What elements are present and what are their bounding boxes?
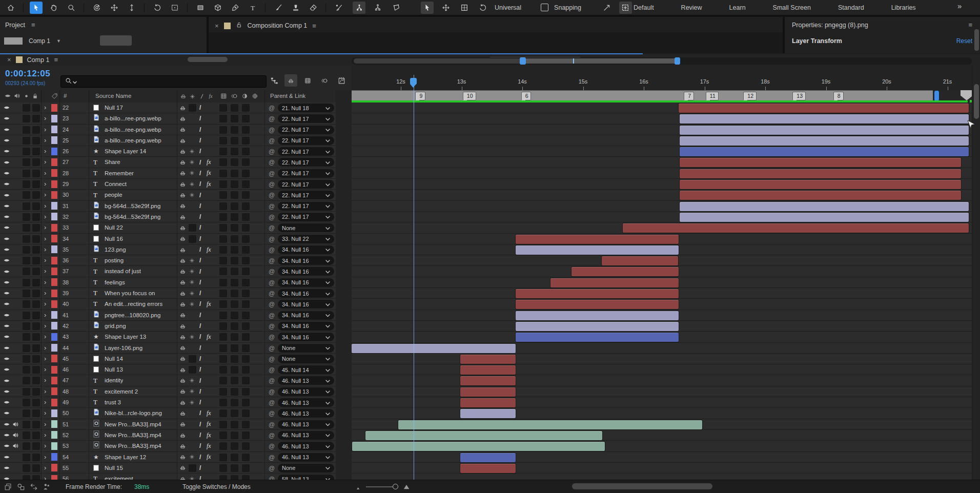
eye-icon[interactable]	[3, 419, 10, 429]
adjustment-switch[interactable]	[242, 104, 250, 112]
lock-switch[interactable]	[32, 464, 40, 472]
lock-switch[interactable]	[32, 279, 40, 286]
comp-marker-13[interactable]: 13	[792, 92, 806, 100]
pickwhip-icon[interactable]: @	[269, 137, 275, 145]
quality-switch-icon[interactable]: /	[199, 157, 201, 167]
adjustment-switch[interactable]	[242, 377, 250, 384]
collapse-switch-icon[interactable]	[189, 288, 195, 298]
layer-row-33[interactable]: › 33 Null 22 / @ None	[0, 222, 980, 233]
parent-dropdown[interactable]: 34. Null 16	[278, 278, 334, 287]
parent-dropdown[interactable]: 46. Null 13	[278, 387, 334, 396]
project-panel-button[interactable]	[100, 35, 132, 46]
expand-layer-icon[interactable]: ›	[44, 180, 46, 188]
properties-scrollbar-thumb[interactable]	[974, 29, 979, 51]
adjustment-switch[interactable]	[242, 366, 250, 374]
layer-name[interactable]: Remember	[105, 170, 134, 176]
quality-switch-icon[interactable]: /	[199, 102, 201, 113]
home-tool-icon[interactable]	[4, 2, 17, 14]
layer-name[interactable]: New Pro...BA33].mp4	[105, 432, 161, 438]
expand-layer-icon[interactable]: ›	[44, 344, 46, 352]
collapse-switch-icon[interactable]	[189, 168, 195, 178]
parent-dropdown[interactable]: 34. Null 16	[278, 267, 334, 276]
layer-label-chip[interactable]	[51, 377, 57, 384]
layer-label-chip[interactable]	[51, 169, 57, 177]
layer-name[interactable]: a-billo...ree-png.webp	[105, 115, 161, 121]
pickwhip-icon[interactable]: @	[269, 312, 275, 319]
solo-switch[interactable]	[23, 377, 30, 384]
quality-switch-icon[interactable]: /	[199, 364, 201, 375]
more-workspaces-button[interactable]: »	[957, 2, 962, 10]
expand-layer-icon[interactable]: ›	[44, 420, 46, 428]
shy-switch-icon[interactable]	[179, 463, 186, 473]
quality-switch-icon[interactable]: /	[199, 452, 201, 462]
lock-switch[interactable]	[32, 421, 40, 428]
expand-layer-icon[interactable]: ›	[44, 289, 46, 297]
current-timecode[interactable]: 0:00:12:05	[5, 69, 50, 79]
shy-switch-icon[interactable]	[179, 113, 186, 124]
layer-name[interactable]: a-billo...ree-png.webp	[105, 127, 161, 133]
layer-duration-bar[interactable]	[516, 235, 679, 244]
layer-duration-bar[interactable]	[460, 376, 516, 385]
solo-switch[interactable]	[23, 148, 30, 155]
pickwhip-icon[interactable]: @	[269, 290, 275, 297]
layer-duration-bar[interactable]	[516, 333, 679, 342]
shy-column-icon[interactable]	[180, 92, 187, 101]
layer-name[interactable]: trust 3	[105, 399, 121, 405]
shy-switch-icon[interactable]	[179, 201, 186, 211]
layer-duration-bar[interactable]	[460, 355, 516, 364]
layer-row-49[interactable]: › 49 T trust 3 / @ 46. Null 13	[0, 397, 980, 408]
adjustment-switch[interactable]	[242, 137, 250, 145]
panel-menu-icon[interactable]: ≡	[54, 56, 58, 64]
quality-switch-icon[interactable]: /	[199, 463, 201, 473]
motion-blur-switch[interactable]	[231, 170, 238, 177]
eye-icon[interactable]	[3, 179, 10, 189]
lock-switch[interactable]	[32, 475, 40, 480]
motion-blur-switch[interactable]	[231, 366, 238, 374]
solo-switch[interactable]	[23, 137, 30, 145]
layer-label-chip[interactable]	[51, 409, 57, 417]
layer-label-chip[interactable]	[51, 224, 57, 232]
lock-switch[interactable]	[32, 333, 40, 341]
quality-switch-icon[interactable]: /	[199, 179, 201, 189]
layer-row-26[interactable]: › 26 ★ Shape Layer 14 / @ 22. Null 17	[0, 146, 980, 157]
layer-label-chip[interactable]	[51, 104, 57, 112]
shy-button[interactable]	[284, 74, 297, 87]
source-name-column-header[interactable]: Source Name	[95, 93, 131, 99]
lock-switch[interactable]	[32, 432, 40, 439]
collapse-switch-icon[interactable]	[189, 255, 195, 265]
layer-row-53[interactable]: › 53 New Pro...BA33].mp4 /fx @ 46. Null …	[0, 441, 980, 451]
expand-layer-icon[interactable]: ›	[44, 431, 46, 439]
adjustment-switch[interactable]	[242, 268, 250, 275]
selection-view-tool-icon[interactable]	[421, 2, 434, 14]
layer-duration-bar[interactable]	[679, 104, 969, 113]
layer-duration-bar[interactable]	[365, 431, 602, 440]
adjustment-switch[interactable]	[242, 344, 250, 352]
layer-name[interactable]: Shape Layer 13	[105, 334, 146, 340]
workspace-learn[interactable]: Learn	[729, 4, 746, 11]
layer-row-54[interactable]: › 54 ★ Shape Layer 12 /fx @ 46. Null 13	[0, 452, 980, 463]
layer-duration-bar[interactable]	[516, 289, 679, 298]
expand-layer-icon[interactable]: ›	[44, 453, 46, 461]
layer-duration-bar[interactable]	[680, 169, 961, 178]
lock-switch[interactable]	[32, 257, 40, 264]
layer-label-chip[interactable]	[51, 420, 57, 428]
layer-duration-bar[interactable]	[460, 409, 516, 418]
lock-switch[interactable]	[32, 454, 40, 461]
eye-icon[interactable]	[3, 332, 10, 342]
lock-switch[interactable]	[32, 409, 40, 417]
audio-icon[interactable]	[12, 419, 19, 429]
quality-switch-icon[interactable]: /	[199, 244, 201, 255]
parent-dropdown[interactable]: 33. Null 22	[278, 235, 334, 243]
solo-switch[interactable]	[23, 399, 30, 406]
adjustment-switch[interactable]	[242, 170, 250, 177]
layer-label-chip[interactable]	[51, 213, 57, 220]
layer-row-44[interactable]: › 44 Layer-106.png / @ None	[0, 343, 980, 354]
layer-duration-bar[interactable]	[680, 202, 969, 211]
solo-switch[interactable]	[23, 180, 30, 188]
close-panel-icon[interactable]: ×	[215, 22, 219, 30]
eye-icon[interactable]	[3, 441, 10, 451]
layer-row-29[interactable]: › 29 T Connect /fx @ 22. Null 17	[0, 179, 980, 190]
layer-name[interactable]: When you focus on	[105, 290, 155, 296]
adjustment-switch[interactable]	[242, 464, 250, 472]
pickwhip-icon[interactable]: @	[269, 345, 275, 352]
